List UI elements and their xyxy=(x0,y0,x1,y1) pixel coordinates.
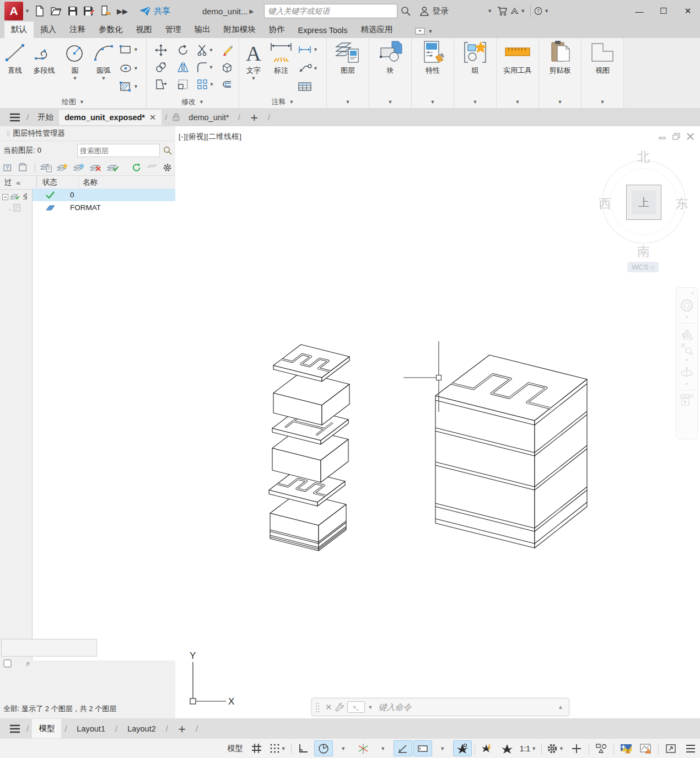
ellipse-button[interactable]: ▼ xyxy=(119,61,138,76)
panel-properties[interactable]: 特性 ▼ xyxy=(412,38,454,108)
command-close-icon[interactable]: ✕ xyxy=(325,702,332,712)
layer-panel-titlebar[interactable]: ⣿ 图层特性管理器 xyxy=(0,126,175,141)
panel-layers[interactable]: 图层 ▼ xyxy=(327,38,369,108)
new-frozen-layer-button[interactable] xyxy=(73,163,85,173)
qat-expand-button[interactable]: ▶▶ xyxy=(114,3,131,19)
fillet-button[interactable]: ▼ xyxy=(194,61,216,73)
object-snap-button[interactable] xyxy=(453,740,472,756)
explode-button[interactable] xyxy=(216,61,238,73)
ucs-icon[interactable]: X Y xyxy=(190,651,234,707)
tab-collaborate[interactable]: 协作 xyxy=(262,21,292,38)
save-as-button[interactable] xyxy=(81,3,98,19)
wcs-menu[interactable]: WCS ▽ xyxy=(627,262,659,272)
autoscale-button[interactable] xyxy=(498,740,516,756)
viewcube-west[interactable]: 西 xyxy=(599,195,611,212)
command-input[interactable] xyxy=(378,702,553,712)
share-button[interactable]: 共享 xyxy=(136,3,174,19)
start-tab[interactable]: 开始 xyxy=(32,109,59,126)
layer-search-input[interactable] xyxy=(77,144,160,157)
help-button[interactable]: ? ▼ xyxy=(534,3,551,19)
signin-caret-icon[interactable]: ▼ xyxy=(487,8,492,14)
panel-annotation-footer[interactable]: 注释 ▼ xyxy=(239,96,326,108)
hatch-button[interactable]: ▼ xyxy=(119,79,138,94)
command-grip-icon[interactable] xyxy=(315,702,320,713)
copy-button[interactable] xyxy=(150,61,172,73)
snap-mode-button[interactable]: ▼ xyxy=(267,740,288,756)
command-expand-icon[interactable]: ▲ xyxy=(558,704,563,710)
graphics-performance-button[interactable]: ! xyxy=(637,740,655,756)
rotate-button[interactable] xyxy=(172,44,194,56)
tree-collapse-icon[interactable] xyxy=(2,194,8,200)
isolate-objects-button[interactable] xyxy=(592,740,611,756)
polar-caret-button[interactable]: ▼ xyxy=(334,740,353,756)
dyn-caret-button[interactable]: ▼ xyxy=(433,740,452,756)
leader-button[interactable]: ▼ xyxy=(298,61,318,76)
move-button[interactable] xyxy=(150,44,172,56)
rectangle-button[interactable]: ▼ xyxy=(119,42,138,57)
navigation-bar[interactable]: ✕ ▼ ▼ ▼ xyxy=(676,287,698,439)
new-layer-button[interactable] xyxy=(57,163,68,173)
collapse-filter-icon[interactable]: « xyxy=(17,179,21,187)
doc-restore-icon[interactable] xyxy=(672,133,681,140)
pan-hand-icon[interactable] xyxy=(681,327,693,340)
tab-addins[interactable]: 附加模块 xyxy=(217,21,262,38)
layer-states-button[interactable] xyxy=(40,163,52,173)
ortho-mode-button[interactable] xyxy=(294,740,313,756)
close-button[interactable]: ✕ xyxy=(676,2,700,20)
recent-commands-caret-icon[interactable]: ▼ xyxy=(368,705,373,710)
linear-dim-button[interactable]: ▼ xyxy=(298,42,318,57)
stretch-button[interactable] xyxy=(150,78,172,90)
arc-button[interactable]: 圆弧 ▼ xyxy=(90,40,117,96)
tab-manage[interactable]: 管理 xyxy=(159,21,188,38)
command-line[interactable]: ✕ >_ ▼ ▲ xyxy=(311,698,569,716)
isodraft-caret-button[interactable]: ▼ xyxy=(374,740,392,756)
file-tab-other[interactable]: demo_unit* xyxy=(183,110,234,125)
help-search-input[interactable] xyxy=(264,4,397,18)
mirror-button[interactable] xyxy=(172,61,194,73)
tab-view[interactable]: 视图 xyxy=(130,21,159,38)
settings-gear-icon[interactable] xyxy=(163,163,172,173)
panel-modify-footer[interactable]: 修改 ▼ xyxy=(147,96,239,108)
tab-express-tools[interactable]: Express Tools xyxy=(292,23,354,38)
tab-insert[interactable]: 插入 xyxy=(34,21,63,38)
line-button[interactable]: 直线 xyxy=(3,40,26,96)
doc-close-icon[interactable] xyxy=(686,133,694,140)
grid-display-button[interactable] xyxy=(247,740,266,756)
tab-default[interactable]: 默认 xyxy=(4,21,34,38)
trim-button[interactable]: ▼ xyxy=(194,44,216,56)
object-snap-tracking-button[interactable] xyxy=(394,740,412,756)
layer-row-0[interactable]: 0 xyxy=(33,189,175,201)
panel-view[interactable]: 视图 ▼ xyxy=(581,38,624,108)
viewcube-north[interactable]: 北 xyxy=(637,148,650,165)
layout-menu-button[interactable] xyxy=(7,721,23,737)
panel-clipboard[interactable]: 剪贴板 ▼ xyxy=(539,38,581,108)
annotation-visibility-button[interactable] xyxy=(478,740,497,756)
tab-annotate[interactable]: 注释 xyxy=(63,21,92,38)
save-button[interactable] xyxy=(64,3,81,19)
offset-button[interactable] xyxy=(216,78,238,90)
invert-filter-checkbox[interactable] xyxy=(3,659,12,668)
text-button[interactable]: A 文字 ▼ xyxy=(243,40,265,96)
tab-output[interactable]: 输出 xyxy=(188,21,217,38)
polyline-button[interactable]: 多段线 xyxy=(29,40,60,96)
delete-layer-button[interactable] xyxy=(90,163,101,173)
file-tab-active[interactable]: demo_unit_exposed* ✕ xyxy=(59,110,161,125)
tab-featured-apps[interactable]: 精选应用 xyxy=(354,21,400,38)
command-wrench-icon[interactable] xyxy=(335,702,345,712)
name-column-header[interactable]: 名称 xyxy=(79,176,98,189)
orbit-icon[interactable] xyxy=(680,365,694,379)
show-motion-icon[interactable] xyxy=(680,394,694,407)
new-layout-button[interactable]: ＋ xyxy=(171,721,192,737)
customize-button[interactable] xyxy=(681,740,700,756)
table-button[interactable] xyxy=(298,79,318,94)
annotation-scale-button[interactable]: 1:1▼ xyxy=(518,740,539,756)
model-tab[interactable]: 模型 xyxy=(32,719,61,738)
autocad-logo[interactable]: A xyxy=(4,2,23,20)
layer-row-format[interactable]: FORMAT xyxy=(33,201,175,214)
zoom-caret-icon[interactable]: ▼ xyxy=(685,358,689,363)
search-button[interactable] xyxy=(397,3,414,19)
navbar-caret-icon[interactable]: ▼ xyxy=(685,315,689,320)
resize-grip-icon[interactable]: 〃 xyxy=(24,659,32,670)
viewcube-east[interactable]: 东 xyxy=(676,195,688,212)
isometric-drafting-button[interactable] xyxy=(354,740,373,756)
